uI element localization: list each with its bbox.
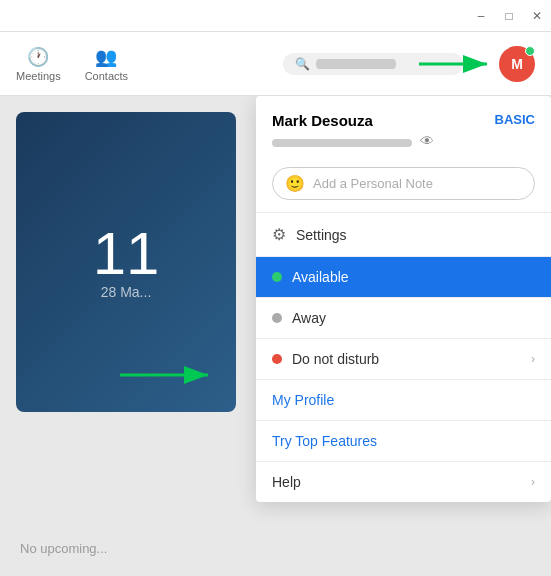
search-text-blur bbox=[316, 59, 396, 69]
nav-item-meetings[interactable]: 🕐 Meetings bbox=[16, 46, 61, 82]
app-container: 🕐 Meetings 👥 Contacts 🔍 M bbox=[0, 32, 551, 576]
away-label: Away bbox=[292, 310, 326, 326]
avatar-status-badge bbox=[525, 46, 535, 56]
contacts-icon: 👥 bbox=[95, 46, 117, 68]
dnd-dot bbox=[272, 354, 282, 364]
status-dnd[interactable]: Do not disturb › bbox=[256, 339, 551, 379]
avatar-initials: M bbox=[511, 56, 523, 72]
help-menu-item[interactable]: Help › bbox=[256, 462, 551, 502]
settings-gear-icon: ⚙ bbox=[272, 225, 286, 244]
note-input-box[interactable]: 🙂 Add a Personal Note bbox=[272, 167, 535, 200]
status-available[interactable]: Available bbox=[256, 257, 551, 297]
nav-item-contacts[interactable]: 👥 Contacts bbox=[85, 46, 128, 82]
profile-header: Mark Desouza 👁 BASIC bbox=[256, 96, 551, 161]
settings-menu-item[interactable]: ⚙ Settings bbox=[256, 213, 551, 256]
away-dot bbox=[272, 313, 282, 323]
try-top-link[interactable]: Try Top Features bbox=[256, 421, 551, 461]
profile-email-blur bbox=[272, 139, 412, 147]
help-label: Help bbox=[272, 474, 301, 490]
available-dot bbox=[272, 272, 282, 282]
dnd-chevron: › bbox=[531, 352, 535, 366]
note-placeholder: Add a Personal Note bbox=[313, 176, 522, 191]
close-button[interactable]: ✕ bbox=[531, 10, 543, 22]
plan-badge: BASIC bbox=[495, 112, 535, 127]
arrow-to-avatar bbox=[419, 49, 499, 79]
main-content: 11 28 Ma... No upcoming... Mark Desouza bbox=[0, 96, 551, 576]
no-upcoming-text: No upcoming... bbox=[20, 541, 107, 556]
title-bar: – □ ✕ bbox=[0, 0, 551, 32]
emoji-icon: 🙂 bbox=[285, 174, 305, 193]
my-profile-link[interactable]: My Profile bbox=[256, 380, 551, 420]
date-sub: 28 Ma... bbox=[101, 284, 152, 300]
eye-icon[interactable]: 👁 bbox=[420, 133, 434, 149]
profile-info: Mark Desouza 👁 bbox=[272, 112, 434, 149]
search-icon: 🔍 bbox=[295, 57, 310, 71]
dropdown-menu: Mark Desouza 👁 BASIC 🙂 Add a Personal No… bbox=[256, 96, 551, 502]
avatar-button[interactable]: M bbox=[499, 46, 535, 82]
try-top-label: Try Top Features bbox=[272, 433, 377, 449]
note-input-area: 🙂 Add a Personal Note bbox=[256, 161, 551, 212]
my-profile-label: My Profile bbox=[272, 392, 334, 408]
meetings-label: Meetings bbox=[16, 70, 61, 82]
profile-name: Mark Desouza bbox=[272, 112, 434, 129]
available-label: Available bbox=[292, 269, 349, 285]
minimize-button[interactable]: – bbox=[475, 10, 487, 22]
nav-bar: 🕐 Meetings 👥 Contacts 🔍 M bbox=[0, 32, 551, 96]
meetings-icon: 🕐 bbox=[27, 46, 49, 68]
contacts-label: Contacts bbox=[85, 70, 128, 82]
maximize-button[interactable]: □ bbox=[503, 10, 515, 22]
date-number: 11 bbox=[93, 224, 160, 284]
help-chevron: › bbox=[531, 475, 535, 489]
settings-label: Settings bbox=[296, 227, 347, 243]
arrow-to-settings bbox=[120, 360, 220, 390]
dnd-label: Do not disturb bbox=[292, 351, 379, 367]
status-away[interactable]: Away bbox=[256, 298, 551, 338]
